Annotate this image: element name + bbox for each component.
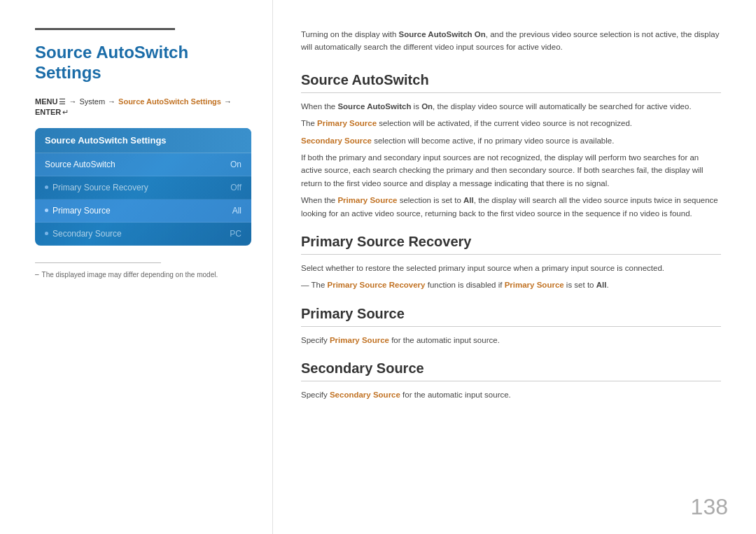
- item-label-primary-recovery: Primary Source Recovery: [45, 183, 148, 192]
- dot-icon-3: [45, 232, 48, 235]
- page-title: Source AutoSwitch Settings: [35, 43, 251, 83]
- item-value-primary-source: All: [232, 206, 241, 216]
- intro-bold-1: Source AutoSwitch On: [399, 30, 486, 38]
- settings-label: Source AutoSwitch Settings: [118, 97, 221, 106]
- item-label-secondary-source: Secondary Source: [45, 229, 122, 239]
- term-secondary-source-1: Secondary Source: [301, 136, 372, 145]
- panel-item-secondary-source[interactable]: Secondary Source PC: [35, 223, 251, 246]
- note-text: The displayed image may differ depending…: [42, 270, 218, 280]
- section-primary-source: Primary Source Specify Primary Source fo…: [301, 306, 721, 346]
- dot-icon: [45, 185, 48, 189]
- section-title-primary-recovery: Primary Source Recovery: [301, 234, 721, 255]
- section-source-autoswitch: Source AutoSwitch When the Source AutoSw…: [301, 72, 721, 220]
- intro-text: Turning on the display with Source AutoS…: [301, 28, 721, 54]
- dot-icon-2: [45, 209, 48, 212]
- term-primary-source-2: Primary Source: [337, 196, 397, 204]
- panel-item-source-autoswitch[interactable]: Source AutoSwitch On: [35, 153, 251, 176]
- menu-path: MENU ☰ → System → Source AutoSwitch Sett…: [35, 97, 251, 117]
- note-line: – The displayed image may differ dependi…: [35, 270, 251, 280]
- term-primary-source-3: Primary Source: [505, 281, 564, 289]
- menu-label: MENU: [35, 97, 57, 106]
- section-title-source-autoswitch: Source AutoSwitch: [301, 72, 721, 93]
- item-value-secondary-source: PC: [230, 229, 241, 239]
- item-label-source-autoswitch: Source AutoSwitch: [45, 160, 115, 169]
- section-title-secondary-source: Secondary Source: [301, 360, 721, 381]
- term-secondary-source-2: Secondary Source: [330, 391, 400, 399]
- item-value-source-autoswitch: On: [230, 160, 241, 169]
- system-label: System: [79, 97, 105, 106]
- bold-source-autoswitch: Source AutoSwitch: [337, 102, 411, 111]
- note-divider: [35, 262, 161, 263]
- section-body-source-autoswitch: When the Source AutoSwitch is On, the di…: [301, 100, 721, 220]
- section-body-secondary-source: Specify Secondary Source for the automat…: [301, 388, 721, 401]
- left-column: Source AutoSwitch Settings MENU ☰ → Syst…: [0, 0, 273, 534]
- ui-panel-title: Source AutoSwitch Settings: [35, 128, 251, 153]
- section-body-primary-recovery: Select whether to restore the selected p…: [301, 262, 721, 292]
- enter-label: ENTER: [35, 108, 61, 116]
- page-number: 138: [691, 494, 728, 520]
- panel-item-primary-source[interactable]: Primary Source All: [35, 199, 251, 223]
- term-primary-recovery-1: Primary Source Recovery: [328, 281, 426, 289]
- section-secondary-source: Secondary Source Specify Secondary Sourc…: [301, 360, 721, 401]
- menu-icon: ☰: [59, 97, 66, 106]
- section-title-primary-source: Primary Source: [301, 306, 721, 327]
- term-primary-source-4: Primary Source: [330, 336, 389, 344]
- top-rule: [35, 28, 175, 30]
- right-column: Turning on the display with Source AutoS…: [273, 0, 756, 534]
- enter-icon: ↵: [62, 108, 69, 117]
- term-primary-source-1: Primary Source: [317, 119, 377, 127]
- section-body-primary-source: Specify Primary Source for the automatic…: [301, 334, 721, 346]
- ui-panel: Source AutoSwitch Settings Source AutoSw…: [35, 128, 251, 246]
- item-label-primary-source: Primary Source: [45, 206, 111, 216]
- section-primary-source-recovery: Primary Source Recovery Select whether t…: [301, 234, 721, 292]
- item-value-primary-recovery: Off: [230, 183, 241, 192]
- panel-item-primary-recovery[interactable]: Primary Source Recovery Off: [35, 176, 251, 199]
